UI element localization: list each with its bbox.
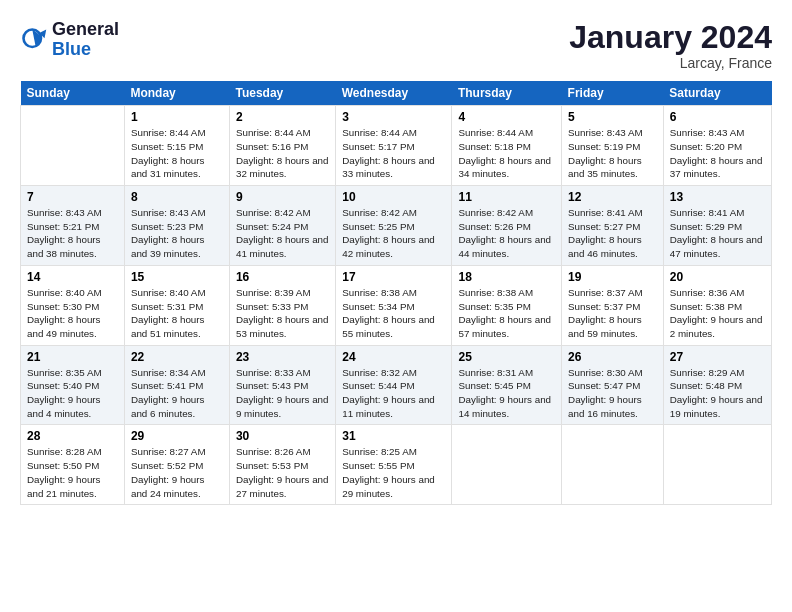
calendar-body: 1 Sunrise: 8:44 AM Sunset: 5:15 PM Dayli… — [21, 106, 772, 505]
sunrise-text: Sunrise: 8:37 AM — [568, 287, 643, 298]
sunrise-text: Sunrise: 8:44 AM — [131, 127, 206, 138]
day-number: 15 — [131, 270, 223, 284]
sunset-text: Sunset: 5:20 PM — [670, 141, 742, 152]
day-number: 5 — [568, 110, 657, 124]
logo-text: General Blue — [52, 20, 119, 60]
sunrise-text: Sunrise: 8:28 AM — [27, 446, 102, 457]
day-detail: Sunrise: 8:39 AM Sunset: 5:33 PM Dayligh… — [236, 286, 329, 341]
header-saturday: Saturday — [663, 81, 771, 106]
daylight-text: Daylight: 8 hours and 55 minutes. — [342, 314, 435, 339]
day-detail: Sunrise: 8:25 AM Sunset: 5:55 PM Dayligh… — [342, 445, 445, 500]
sunrise-text: Sunrise: 8:26 AM — [236, 446, 311, 457]
day-detail: Sunrise: 8:38 AM Sunset: 5:35 PM Dayligh… — [458, 286, 555, 341]
calendar-cell: 28 Sunrise: 8:28 AM Sunset: 5:50 PM Dayl… — [21, 425, 125, 505]
daylight-text: Daylight: 8 hours and 51 minutes. — [131, 314, 205, 339]
calendar-cell: 19 Sunrise: 8:37 AM Sunset: 5:37 PM Dayl… — [562, 265, 664, 345]
day-number: 25 — [458, 350, 555, 364]
calendar-cell: 8 Sunrise: 8:43 AM Sunset: 5:23 PM Dayli… — [124, 186, 229, 266]
calendar-week-row: 14 Sunrise: 8:40 AM Sunset: 5:30 PM Dayl… — [21, 265, 772, 345]
sunrise-text: Sunrise: 8:44 AM — [342, 127, 417, 138]
calendar-week-row: 7 Sunrise: 8:43 AM Sunset: 5:21 PM Dayli… — [21, 186, 772, 266]
sunset-text: Sunset: 5:17 PM — [342, 141, 414, 152]
daylight-text: Daylight: 9 hours and 6 minutes. — [131, 394, 205, 419]
sunset-text: Sunset: 5:30 PM — [27, 301, 99, 312]
daylight-text: Daylight: 8 hours and 31 minutes. — [131, 155, 205, 180]
sunrise-text: Sunrise: 8:40 AM — [131, 287, 206, 298]
title-block: January 2024 Larcay, France — [569, 20, 772, 71]
day-detail: Sunrise: 8:31 AM Sunset: 5:45 PM Dayligh… — [458, 366, 555, 421]
sunset-text: Sunset: 5:19 PM — [568, 141, 640, 152]
day-detail: Sunrise: 8:44 AM Sunset: 5:18 PM Dayligh… — [458, 126, 555, 181]
sunrise-text: Sunrise: 8:34 AM — [131, 367, 206, 378]
calendar-cell: 31 Sunrise: 8:25 AM Sunset: 5:55 PM Dayl… — [336, 425, 452, 505]
day-number: 20 — [670, 270, 765, 284]
day-number: 18 — [458, 270, 555, 284]
calendar-cell: 2 Sunrise: 8:44 AM Sunset: 5:16 PM Dayli… — [229, 106, 335, 186]
calendar-cell: 10 Sunrise: 8:42 AM Sunset: 5:25 PM Dayl… — [336, 186, 452, 266]
calendar-cell: 20 Sunrise: 8:36 AM Sunset: 5:38 PM Dayl… — [663, 265, 771, 345]
sunset-text: Sunset: 5:16 PM — [236, 141, 308, 152]
calendar-cell — [21, 106, 125, 186]
day-detail: Sunrise: 8:43 AM Sunset: 5:19 PM Dayligh… — [568, 126, 657, 181]
weekday-header-row: Sunday Monday Tuesday Wednesday Thursday… — [21, 81, 772, 106]
daylight-text: Daylight: 8 hours and 53 minutes. — [236, 314, 329, 339]
daylight-text: Daylight: 8 hours and 34 minutes. — [458, 155, 551, 180]
sunset-text: Sunset: 5:26 PM — [458, 221, 530, 232]
day-detail: Sunrise: 8:43 AM Sunset: 5:20 PM Dayligh… — [670, 126, 765, 181]
daylight-text: Daylight: 8 hours and 42 minutes. — [342, 234, 435, 259]
sunset-text: Sunset: 5:24 PM — [236, 221, 308, 232]
calendar-header: Sunday Monday Tuesday Wednesday Thursday… — [21, 81, 772, 106]
sunrise-text: Sunrise: 8:39 AM — [236, 287, 311, 298]
day-number: 10 — [342, 190, 445, 204]
calendar-cell: 3 Sunrise: 8:44 AM Sunset: 5:17 PM Dayli… — [336, 106, 452, 186]
header-sunday: Sunday — [21, 81, 125, 106]
day-detail: Sunrise: 8:38 AM Sunset: 5:34 PM Dayligh… — [342, 286, 445, 341]
day-number: 8 — [131, 190, 223, 204]
day-detail: Sunrise: 8:36 AM Sunset: 5:38 PM Dayligh… — [670, 286, 765, 341]
sunrise-text: Sunrise: 8:40 AM — [27, 287, 102, 298]
day-number: 9 — [236, 190, 329, 204]
sunrise-text: Sunrise: 8:44 AM — [458, 127, 533, 138]
sunset-text: Sunset: 5:31 PM — [131, 301, 203, 312]
day-number: 22 — [131, 350, 223, 364]
daylight-text: Daylight: 9 hours and 27 minutes. — [236, 474, 329, 499]
page: General Blue January 2024 Larcay, France… — [0, 0, 792, 515]
sunrise-text: Sunrise: 8:29 AM — [670, 367, 745, 378]
day-number: 6 — [670, 110, 765, 124]
sunset-text: Sunset: 5:21 PM — [27, 221, 99, 232]
calendar-week-row: 1 Sunrise: 8:44 AM Sunset: 5:15 PM Dayli… — [21, 106, 772, 186]
daylight-text: Daylight: 8 hours and 49 minutes. — [27, 314, 101, 339]
calendar-cell: 27 Sunrise: 8:29 AM Sunset: 5:48 PM Dayl… — [663, 345, 771, 425]
calendar-cell: 18 Sunrise: 8:38 AM Sunset: 5:35 PM Dayl… — [452, 265, 562, 345]
sunset-text: Sunset: 5:23 PM — [131, 221, 203, 232]
calendar-cell: 16 Sunrise: 8:39 AM Sunset: 5:33 PM Dayl… — [229, 265, 335, 345]
sunset-text: Sunset: 5:35 PM — [458, 301, 530, 312]
sunset-text: Sunset: 5:33 PM — [236, 301, 308, 312]
sunrise-text: Sunrise: 8:27 AM — [131, 446, 206, 457]
daylight-text: Daylight: 9 hours and 19 minutes. — [670, 394, 763, 419]
sunrise-text: Sunrise: 8:43 AM — [568, 127, 643, 138]
header-wednesday: Wednesday — [336, 81, 452, 106]
day-number: 14 — [27, 270, 118, 284]
day-number: 19 — [568, 270, 657, 284]
sunrise-text: Sunrise: 8:43 AM — [27, 207, 102, 218]
sunrise-text: Sunrise: 8:42 AM — [236, 207, 311, 218]
day-detail: Sunrise: 8:40 AM Sunset: 5:30 PM Dayligh… — [27, 286, 118, 341]
day-detail: Sunrise: 8:42 AM Sunset: 5:25 PM Dayligh… — [342, 206, 445, 261]
sunrise-text: Sunrise: 8:38 AM — [342, 287, 417, 298]
calendar-cell: 15 Sunrise: 8:40 AM Sunset: 5:31 PM Dayl… — [124, 265, 229, 345]
day-number: 31 — [342, 429, 445, 443]
sunset-text: Sunset: 5:29 PM — [670, 221, 742, 232]
sunset-text: Sunset: 5:45 PM — [458, 380, 530, 391]
daylight-text: Daylight: 8 hours and 38 minutes. — [27, 234, 101, 259]
calendar-cell: 4 Sunrise: 8:44 AM Sunset: 5:18 PM Dayli… — [452, 106, 562, 186]
day-number: 4 — [458, 110, 555, 124]
sunrise-text: Sunrise: 8:42 AM — [458, 207, 533, 218]
daylight-text: Daylight: 8 hours and 35 minutes. — [568, 155, 642, 180]
day-number: 1 — [131, 110, 223, 124]
calendar-cell: 17 Sunrise: 8:38 AM Sunset: 5:34 PM Dayl… — [336, 265, 452, 345]
day-detail: Sunrise: 8:30 AM Sunset: 5:47 PM Dayligh… — [568, 366, 657, 421]
calendar-cell — [452, 425, 562, 505]
sunrise-text: Sunrise: 8:25 AM — [342, 446, 417, 457]
day-detail: Sunrise: 8:33 AM Sunset: 5:43 PM Dayligh… — [236, 366, 329, 421]
